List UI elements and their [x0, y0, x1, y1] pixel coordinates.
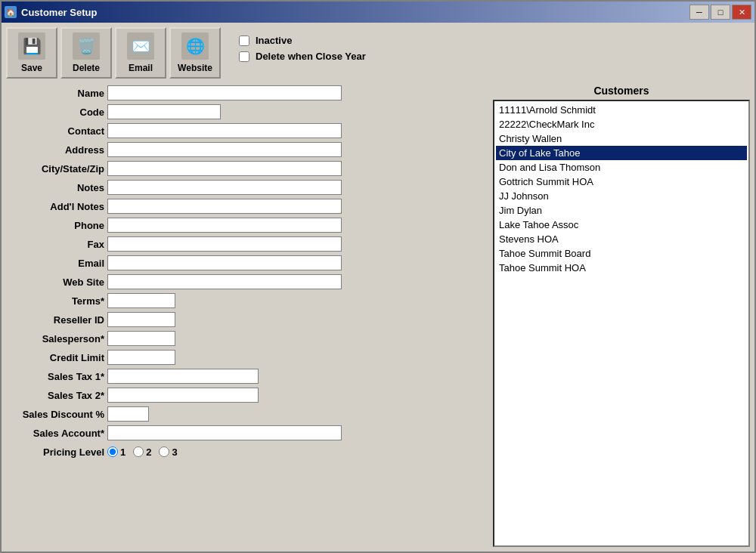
salesperson-row: Salesperson* — [6, 330, 487, 347]
address-row: Address — [6, 141, 487, 158]
notes-input[interactable] — [107, 180, 342, 195]
phone-row: Phone — [6, 217, 487, 233]
pricing-level-group: 1 2 3 — [107, 446, 178, 458]
main-area: Name Code Contact Address — [6, 85, 750, 547]
pricing-level-3-radio[interactable] — [159, 446, 169, 457]
list-item[interactable]: Jim Dylan — [496, 203, 747, 218]
website-button[interactable]: 🌐 Website — [169, 27, 221, 79]
website-input[interactable] — [107, 274, 342, 289]
email-icon: ✉️ — [127, 32, 154, 60]
name-label: Name — [6, 88, 104, 99]
addl-notes-row: Add'l Notes — [6, 198, 487, 215]
list-item[interactable]: 11111\Arnold Schmidt — [496, 103, 747, 117]
list-item[interactable]: JJ Johnson — [496, 189, 747, 203]
title-bar-left: 🏠 Customer Setup — [5, 6, 97, 18]
title-bar: 🏠 Customer Setup ─ □ ✕ — [2, 2, 754, 23]
customers-title: Customers — [493, 85, 750, 97]
customers-list[interactable]: 11111\Arnold Schmidt22222\CheckMark IncC… — [493, 100, 750, 547]
sales-tax1-label: Sales Tax 1* — [6, 371, 104, 382]
delete-icon: 🗑️ — [73, 32, 100, 60]
credit-limit-label: Credit Limit — [6, 352, 104, 363]
salesperson-input[interactable] — [107, 331, 175, 346]
customer-setup-window: 🏠 Customer Setup ─ □ ✕ 💾 Save 🗑️ Delete … — [0, 0, 756, 553]
phone-input[interactable] — [107, 218, 342, 233]
delete-button[interactable]: 🗑️ Delete — [60, 27, 112, 79]
list-item[interactable]: City of Lake Tahoe — [496, 146, 747, 160]
name-row: Name — [6, 85, 487, 101]
delete-close-row: Delete when Close Year — [239, 51, 366, 62]
window-content: 💾 Save 🗑️ Delete ✉️ Email 🌐 Website Inac… — [2, 23, 754, 551]
salesperson-label: Salesperson* — [6, 333, 104, 344]
contact-row: Contact — [6, 122, 487, 139]
website-icon: 🌐 — [181, 32, 209, 60]
city-state-zip-row: City/State/Zip — [6, 160, 487, 177]
pricing-level-1-radio[interactable] — [107, 446, 118, 457]
list-item[interactable]: Don and Lisa Thomson — [496, 160, 747, 175]
pricing-level-2-item: 2 — [133, 446, 151, 458]
sales-discount-row: Sales Discount % — [6, 406, 487, 422]
sales-tax2-input[interactable] — [107, 388, 259, 403]
name-input[interactable] — [107, 85, 342, 100]
addl-notes-input[interactable] — [107, 199, 342, 214]
delete-when-close-checkbox[interactable] — [239, 51, 249, 62]
list-item[interactable]: 22222\CheckMark Inc — [496, 117, 747, 131]
address-label: Address — [6, 144, 104, 156]
email-button[interactable]: ✉️ Email — [115, 27, 166, 79]
email-input[interactable] — [107, 255, 342, 270]
list-item[interactable]: Tahoe Summit HOA — [496, 261, 747, 275]
inactive-checkbox[interactable] — [239, 36, 249, 46]
contact-label: Contact — [6, 125, 104, 137]
pricing-level-2-label: 2 — [146, 446, 151, 458]
sales-tax2-label: Sales Tax 2* — [6, 390, 104, 401]
list-item[interactable]: Stevens HOA — [496, 232, 747, 246]
sales-account-row: Sales Account* — [6, 425, 487, 441]
pricing-level-label: Pricing Level — [6, 446, 104, 458]
window-title: Customer Setup — [21, 7, 97, 18]
address-input[interactable] — [107, 142, 342, 157]
city-state-zip-input[interactable] — [107, 161, 342, 176]
sales-tax1-input[interactable] — [107, 369, 259, 384]
code-row: Code — [6, 103, 487, 120]
sales-account-input[interactable] — [107, 425, 342, 440]
reseller-id-input[interactable] — [107, 312, 175, 327]
contact-input[interactable] — [107, 123, 342, 138]
checkboxes: Inactive Delete when Close Year — [239, 35, 366, 62]
sales-tax2-row: Sales Tax 2* — [6, 387, 487, 403]
delete-label: Delete — [73, 63, 100, 73]
website-field-label: Web Site — [6, 276, 104, 288]
pricing-level-3-label: 3 — [172, 446, 177, 458]
reseller-id-row: Reseller ID — [6, 311, 487, 328]
save-button[interactable]: 💾 Save — [6, 27, 57, 79]
form-area: Name Code Contact Address — [6, 85, 487, 547]
list-item[interactable]: Gottrich Summit HOA — [496, 175, 747, 189]
window-icon: 🏠 — [5, 6, 17, 18]
website-label: Website — [178, 63, 212, 73]
terms-input[interactable] — [107, 293, 175, 308]
notes-row: Notes — [6, 179, 487, 196]
fax-row: Fax — [6, 236, 487, 252]
title-bar-buttons: ─ □ ✕ — [689, 5, 751, 20]
code-input[interactable] — [107, 104, 221, 119]
sales-discount-input[interactable] — [107, 406, 149, 422]
fax-label: Fax — [6, 239, 104, 250]
terms-label: Terms* — [6, 295, 104, 307]
city-state-zip-label: City/State/Zip — [6, 163, 104, 175]
list-item[interactable]: Christy Wallen — [496, 131, 747, 146]
email-label: Email — [129, 63, 153, 73]
inactive-label: Inactive — [256, 35, 292, 46]
maximize-button[interactable]: □ — [711, 5, 730, 20]
fax-input[interactable] — [107, 236, 342, 252]
pricing-level-2-radio[interactable] — [133, 446, 144, 457]
credit-limit-row: Credit Limit — [6, 349, 487, 366]
pricing-level-3-item: 3 — [159, 446, 177, 458]
credit-limit-input[interactable] — [107, 350, 175, 365]
minimize-button[interactable]: ─ — [689, 5, 709, 20]
list-item[interactable]: Lake Tahoe Assoc — [496, 218, 747, 232]
list-item[interactable]: Tahoe Summit Board — [496, 246, 747, 261]
sales-discount-label: Sales Discount % — [6, 409, 104, 420]
pricing-level-1-label: 1 — [120, 446, 125, 458]
save-label: Save — [21, 63, 42, 73]
toolbar: 💾 Save 🗑️ Delete ✉️ Email 🌐 Website Inac… — [6, 27, 750, 79]
notes-label: Notes — [6, 182, 104, 193]
close-button[interactable]: ✕ — [732, 5, 751, 20]
